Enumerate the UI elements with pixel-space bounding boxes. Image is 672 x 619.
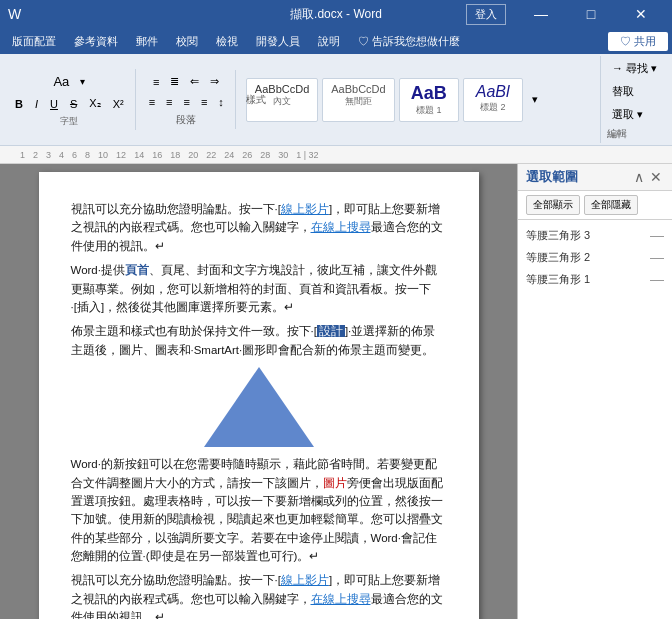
maximize-button[interactable]: □ (568, 0, 614, 28)
panel-item-2-eye: — (650, 249, 664, 265)
numbered-list-btn[interactable]: ≣ (165, 72, 184, 91)
panel-items-list: 等腰三角形 3 — 等腰三角形 2 — 等腰三角形 1 — (518, 220, 672, 619)
align-center-btn[interactable]: ≡ (161, 93, 177, 111)
panel-collapse-btn[interactable]: ∧ (632, 169, 646, 185)
font-group-label: 字型 (60, 115, 78, 128)
subscript-btn[interactable]: X₂ (84, 94, 105, 113)
panel-item-2[interactable]: 等腰三角形 2 — (518, 246, 672, 268)
bullet-list-btn[interactable]: ≡ (148, 73, 164, 91)
italic-btn[interactable]: I (30, 95, 43, 113)
triangle-visual (204, 367, 314, 447)
styles-group: AaBbCcDd 內文 AaBbCcDd 無間距 AaB 標題 1 AaBl 標… (238, 76, 598, 124)
font-size-btn[interactable]: Aa (48, 71, 74, 92)
minimize-button[interactable]: — (518, 0, 564, 28)
menu-developer[interactable]: 開發人員 (248, 32, 308, 51)
menu-search[interactable]: ♡ 告訴我您想做什麼 (350, 32, 468, 51)
link-video-1[interactable]: 線上影片 (281, 203, 329, 215)
replace-btn[interactable]: 替取 (607, 81, 662, 102)
justify-btn[interactable]: ≡ (196, 93, 212, 111)
panel-close-btn[interactable]: ✕ (648, 169, 664, 185)
paragraph-label: 段落 (176, 113, 196, 127)
style-no-spacing[interactable]: AaBbCcDd 無間距 (322, 78, 394, 122)
style-heading2[interactable]: AaBl 標題 2 (463, 78, 523, 122)
ruler-marks: 1 2 3 4 6 8 10 12 14 16 18 20 22 24 26 2… (20, 150, 327, 160)
panel-item-3[interactable]: 等腰三角形 3 — (518, 224, 672, 246)
style-nospacing-preview: AaBbCcDd (331, 83, 385, 95)
ruler: 1 2 3 4 6 8 10 12 14 16 18 20 22 24 26 2… (0, 146, 672, 164)
indent-decrease-btn[interactable]: ⇐ (185, 72, 204, 91)
style-nospacing-label: 無間距 (331, 95, 385, 108)
edit-group: → 尋找 ▾ 替取 選取 ▾ 編輯 (600, 56, 668, 143)
link-video-2[interactable]: 線上影片 (281, 574, 329, 586)
panel-item-1[interactable]: 等腰三角形 1 — (518, 268, 672, 290)
select-btn[interactable]: 選取 ▾ (607, 104, 662, 125)
underline-btn[interactable]: U (45, 95, 63, 113)
link-search-1[interactable]: 在線上搜尋 (311, 221, 371, 233)
link-search-2[interactable]: 在線上搜尋 (311, 593, 371, 605)
indent-increase-btn[interactable]: ⇒ (205, 72, 224, 91)
title-bar: W 擷取.docx - Word 登入 — □ ✕ (0, 0, 672, 28)
paragraph-2: Word·提供頁首、頁尾、封面和文字方塊設計，彼此互補，讓文件外觀更顯專業。例如… (71, 261, 447, 316)
panel-item-3-eye: — (650, 227, 664, 243)
document-page: 視訊可以充分協助您證明論點。按一下·[線上影片]，即可貼上您要新增之視訊的內嵌程… (39, 172, 479, 619)
close-button[interactable]: ✕ (618, 0, 664, 28)
paragraph-3: 佈景主題和樣式也有助於保持文件一致。按下·[設計]·並選擇新的佈景主題後，圖片、… (71, 322, 447, 359)
styles-label: 樣式 (246, 93, 266, 107)
style-h2-label: 標題 2 (472, 101, 514, 114)
superscript-btn[interactable]: X² (108, 95, 129, 113)
styles-expand-btn[interactable]: ▾ (527, 78, 543, 122)
panel-item-3-label: 等腰三角形 3 (526, 228, 590, 243)
align-left-btn[interactable]: ≡ (144, 93, 160, 111)
word-icon: W (8, 6, 21, 22)
design-btn-text: 設計 (317, 325, 345, 337)
triangle-shape (71, 367, 447, 447)
style-h1-label: 標題 1 (408, 104, 450, 117)
main-area: 視訊可以充分協助您證明論點。按一下·[線上影片]，即可貼上您要新增之視訊的內嵌程… (0, 164, 672, 619)
panel-toolbar: 全部顯示 全部隱藏 (518, 191, 672, 220)
highlight-image: 圖片 (323, 477, 347, 489)
paragraph-5: 視訊可以充分協助您證明論點。按一下·[線上影片]，即可貼上您要新增之視訊的內嵌程… (71, 571, 447, 619)
paragraph-4: Word·的新按鈕可以在您需要時隨時顯示，藉此節省時間。若要變更配合文件調整圖片… (71, 455, 447, 565)
edit-label: 編輯 (607, 127, 662, 141)
style-h1-preview: AaB (408, 83, 450, 104)
panel-title: 選取範圍 (526, 168, 578, 186)
toolbar: Aa ▾ B I U S X₂ X² 字型 ≡ ≣ ⇐ ⇒ ≡ ≡ ≡ ≡ ↕ … (0, 54, 672, 146)
align-right-btn[interactable]: ≡ (179, 93, 195, 111)
style-heading1[interactable]: AaB 標題 1 (399, 78, 459, 122)
font-selector[interactable]: ▾ (75, 73, 90, 90)
document-area[interactable]: 視訊可以充分協助您證明論點。按一下·[線上影片]，即可貼上您要新增之視訊的內嵌程… (0, 164, 517, 619)
line-spacing-btn[interactable]: ↕ (213, 93, 229, 111)
menu-view[interactable]: 檢視 (208, 32, 246, 51)
menu-review[interactable]: 校閱 (168, 32, 206, 51)
show-all-btn[interactable]: 全部顯示 (526, 195, 580, 215)
panel-item-1-eye: — (650, 271, 664, 287)
sign-in-button[interactable]: 登入 (466, 4, 506, 25)
menu-mail[interactable]: 郵件 (128, 32, 166, 51)
font-group: Aa ▾ B I U S X₂ X² 字型 (4, 69, 136, 130)
hide-all-btn[interactable]: 全部隱藏 (584, 195, 638, 215)
bold-btn[interactable]: B (10, 95, 28, 113)
panel-item-2-label: 等腰三角形 2 (526, 250, 590, 265)
panel-item-1-label: 等腰三角形 1 (526, 272, 590, 287)
paragraph-1: 視訊可以充分協助您證明論點。按一下·[線上影片]，即可貼上您要新增之視訊的內嵌程… (71, 200, 447, 255)
window-title: 擷取.docx - Word (290, 6, 382, 23)
find-btn[interactable]: → 尋找 ▾ (607, 58, 662, 79)
share-button[interactable]: ♡ 共用 (608, 32, 668, 51)
menu-layout[interactable]: 版面配置 (4, 32, 64, 51)
style-h2-preview: AaBl (472, 83, 514, 101)
selection-panel: 選取範圍 ∧ ✕ 全部顯示 全部隱藏 等腰三角形 3 — 等腰三角形 2 — 等… (517, 164, 672, 619)
paragraph-group: ≡ ≣ ⇐ ⇒ ≡ ≡ ≡ ≡ ↕ 段落 (138, 70, 236, 129)
strikethrough-btn[interactable]: S (65, 95, 82, 113)
menu-help[interactable]: 說明 (310, 32, 348, 51)
menu-bar: 版面配置 參考資料 郵件 校閱 檢視 開發人員 說明 ♡ 告訴我您想做什麼 ♡ … (0, 28, 672, 54)
menu-reference[interactable]: 參考資料 (66, 32, 126, 51)
heading-home: 頁首 (125, 264, 149, 276)
panel-header: 選取範圍 ∧ ✕ (518, 164, 672, 191)
